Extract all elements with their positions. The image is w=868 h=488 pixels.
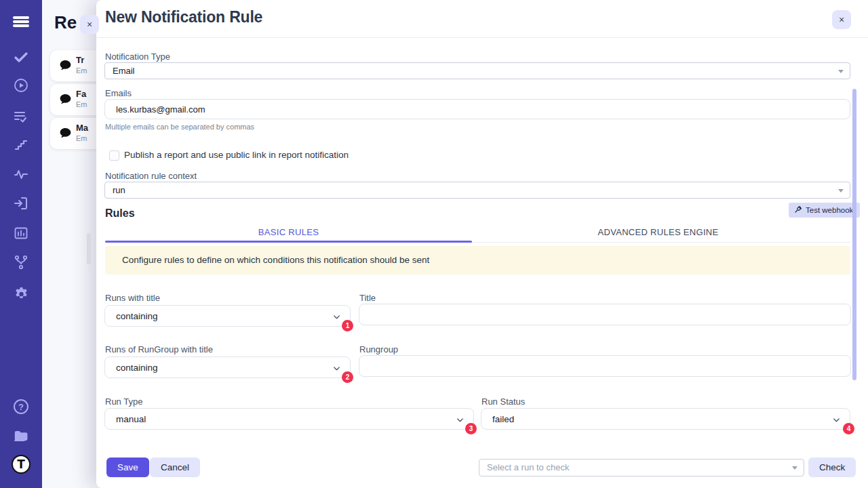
background-page-title: Re [54,12,77,33]
chevron-down-icon [332,312,341,321]
list-item-title: Ma [76,123,88,133]
run-status-label: Run Status [481,396,525,407]
plug-icon [794,205,802,215]
emails-value: les.kurbas@gmail.com [116,104,205,115]
header-divider [96,37,868,38]
gear-icon[interactable] [0,284,42,302]
help-icon[interactable]: ? [0,398,42,415]
branch-icon[interactable] [0,253,42,271]
run-status-select[interactable]: failed [481,408,850,430]
notification-type-label: Notification Type [105,52,170,62]
run-to-check-select[interactable]: Select a run to check [479,459,804,476]
test-webhook-label: Test webhook [806,206,853,214]
modal-scrollbar-thumb[interactable] [852,89,856,380]
test-webhook-button[interactable]: Test webhook [789,203,860,218]
emails-input[interactable]: les.kurbas@gmail.com [104,99,850,119]
rungroup-title-select[interactable]: containing [104,357,351,378]
title-label: Title [359,293,376,303]
steps-icon[interactable] [0,136,42,154]
dropdown-arrow-icon [838,70,844,73]
save-button[interactable]: Save [106,458,149,477]
list-item-title: Fa [76,89,86,99]
rule-badge-1: 1 [342,320,353,331]
activity-icon[interactable] [0,165,42,183]
import-icon[interactable] [0,195,42,212]
runs-with-title-select[interactable]: containing [104,305,351,327]
rungroup-input[interactable] [359,355,851,377]
run-type-label: Run Type [105,396,142,407]
rules-info-box: Configure rules to define on which condi… [105,246,850,274]
app-page: ? T Re Tr Em Fa Em Ma Em × New Notifica [0,0,868,488]
close-icon[interactable]: × [832,10,851,29]
play-circle-icon[interactable] [0,77,42,94]
chevron-down-icon [832,415,841,424]
logo-letter: T [17,458,25,471]
run-status-value: failed [492,414,514,424]
publish-report-label: Publish a report and use public link in … [124,150,349,160]
list-check-icon[interactable] [0,108,42,125]
list-item-title: Tr [76,55,84,65]
check-button[interactable]: Check [808,458,856,477]
bar-chart-icon[interactable] [0,224,42,242]
menu-icon[interactable] [0,13,42,30]
notification-type-select[interactable]: Email [104,62,850,79]
run-type-select[interactable]: manual [104,408,474,430]
folder-icon[interactable] [0,427,42,445]
dropdown-arrow-icon [792,466,797,470]
tab-basic-rules[interactable]: BASIC RULES [105,227,472,237]
context-value: run [113,185,125,195]
chevron-down-icon [332,364,341,373]
chevron-down-icon [456,415,465,424]
runs-with-title-value: containing [116,311,158,321]
app-logo[interactable]: T [0,455,42,473]
active-tab-underline [105,241,472,243]
sidebar: ? T [0,0,42,488]
check-icon[interactable] [0,48,42,66]
list-item-subtitle: Em [76,134,87,142]
run-to-check-placeholder: Select a run to check [487,462,569,472]
close-icon[interactable]: × [80,15,99,34]
rungroup-title-value: containing [116,363,158,373]
rungroup-label: Rungroup [359,344,398,354]
run-type-value: manual [116,414,146,424]
rules-heading: Rules [105,207,135,220]
rule-badge-3: 3 [465,423,477,434]
cancel-button[interactable]: Cancel [150,458,200,477]
rules-info-text: Configure rules to define on which condi… [122,255,429,265]
emails-label: Emails [105,88,132,98]
tab-advanced-rules-engine[interactable]: ADVANCED RULES ENGINE [475,227,842,237]
context-select[interactable]: run [104,182,850,199]
background-scrollbar-thumb[interactable] [87,233,91,264]
notification-type-value: Email [113,66,135,76]
rule-badge-4: 4 [843,423,854,434]
rungroup-title-label: Runs of RunGroup with title [105,344,213,354]
publish-report-checkbox[interactable] [109,150,119,161]
new-notification-rule-modal: New Notification Rule × Notification Typ… [96,0,868,488]
list-item-subtitle: Em [76,66,87,75]
speech-bubble-icon [58,92,73,109]
dropdown-arrow-icon [838,189,844,192]
speech-bubble-icon [58,126,73,143]
modal-title: New Notification Rule [105,8,262,26]
rule-badge-2: 2 [342,371,353,383]
runs-with-title-label: Runs with title [105,293,160,303]
list-item-subtitle: Em [76,100,87,108]
title-input[interactable] [359,304,851,325]
emails-helper-text: Multiple emails can be separated by comm… [105,123,254,131]
context-label: Notification rule context [105,171,197,181]
speech-bubble-icon [58,58,73,75]
